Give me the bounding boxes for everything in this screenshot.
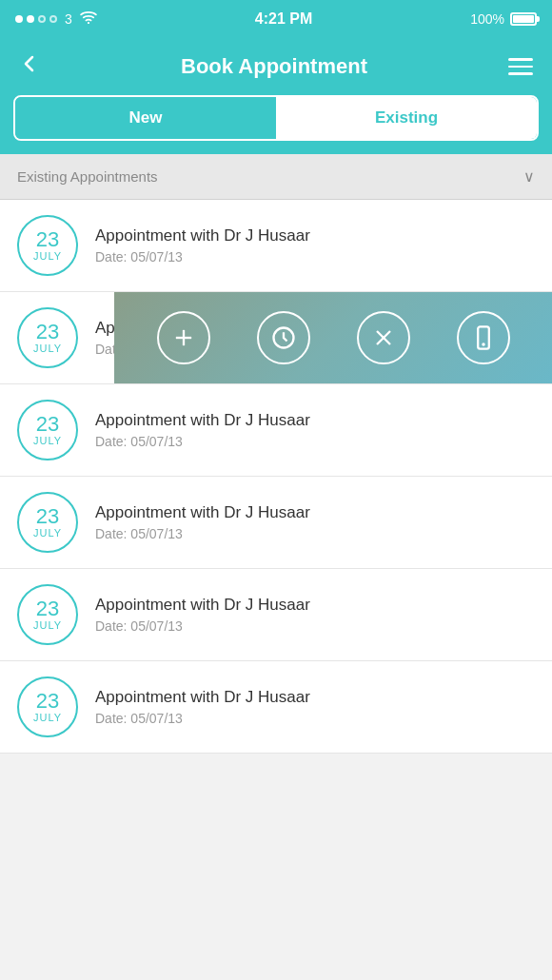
appointment-date: Date: 05/07/13 [95,618,535,634]
tab-bar: New Existing [0,95,552,154]
appointment-date: Date: 05/07/13 [95,711,535,726]
appointment-info: Appointment with Dr J Husaar Date: 05/07… [95,411,535,449]
battery-fill [513,15,534,23]
date-day: 23 [36,691,59,712]
date-month: JULY [33,343,62,354]
date-day: 23 [36,229,59,250]
section-header-label: Existing Appointments [17,168,158,185]
svg-point-0 [88,22,89,24]
signal-dot-2 [27,15,34,23]
appointment-info: Appointment with Dr J Husaar Date: 05/07… [95,688,535,726]
menu-button[interactable] [508,58,533,75]
list-item-swiped[interactable]: 23 JULY Appointment with Dr J Husaar Dat… [0,292,552,384]
clock-action-button[interactable] [257,311,310,364]
appointment-title: Appointment with Dr J Husaar [95,688,535,707]
chevron-down-icon: ∨ [523,167,535,186]
date-badge: 23 JULY [17,584,78,645]
battery-percent: 100% [470,11,504,27]
battery-icon [510,12,537,26]
appointment-date: Date: 05/07/13 [95,434,535,449]
date-badge: 23 JULY [17,492,78,553]
section-header[interactable]: Existing Appointments ∨ [0,154,552,200]
date-badge: 23 JULY [17,215,78,276]
signal-dot-4 [49,15,57,23]
appointment-title: Appointment with Dr J Husaar [95,411,535,430]
date-badge: 23 JULY [17,307,78,368]
page-title: Book Appointment [181,54,367,79]
menu-line-3 [508,72,533,75]
date-badge: 23 JULY [17,676,78,737]
signal-dot-3 [38,15,46,23]
wifi-icon [80,10,97,28]
appointment-title: Appointment with Dr J Husaar [95,226,535,245]
signal-dot-1 [15,15,23,23]
signal-strength: 3 [65,11,72,27]
date-month: JULY [33,712,62,723]
appointment-info: Appointment with Dr J Husaar Date: 05/07… [95,596,535,634]
date-badge: 23 JULY [17,400,78,461]
date-day: 23 [36,414,59,435]
list-item[interactable]: 23 JULY Appointment with Dr J Husaar Dat… [0,200,552,292]
cancel-action-button[interactable] [357,311,410,364]
status-left: 3 [15,10,97,28]
appointment-info: Appointment with Dr J Husaar Date: 05/07… [95,503,535,541]
appointment-title: Appointment with Dr J Husaar [95,596,535,615]
appointment-date: Date: 05/07/13 [95,526,535,541]
phone-action-button[interactable] [457,311,510,364]
status-time: 4:21 PM [255,10,312,28]
date-day: 23 [36,322,59,343]
status-right: 100% [470,11,537,27]
swipe-action-overlay [114,292,552,383]
appointment-info: Appointment with Dr J Husaar Date: 05/07… [95,226,535,265]
menu-line-1 [508,58,533,61]
list-item[interactable]: 23 JULY Appointment with Dr J Husaar Dat… [0,661,552,754]
tab-container: New Existing [13,95,539,141]
date-day: 23 [36,506,59,527]
date-month: JULY [33,250,62,262]
appointment-title: Appointment with Dr J Husaar [95,503,535,522]
appointments-list: 23 JULY Appointment with Dr J Husaar Dat… [0,200,552,754]
list-item[interactable]: 23 JULY Appointment with Dr J Husaar Dat… [0,477,552,569]
appointment-date: Date: 05/07/13 [95,249,535,265]
header: Book Appointment [0,38,552,95]
list-item[interactable]: 23 JULY Appointment with Dr J Husaar Dat… [0,384,552,477]
add-action-button[interactable] [157,311,210,364]
back-button[interactable] [19,53,40,80]
date-month: JULY [33,527,62,539]
menu-line-2 [508,66,533,69]
tab-existing[interactable]: Existing [276,97,537,139]
list-item[interactable]: 23 JULY Appointment with Dr J Husaar Dat… [0,569,552,661]
tab-new[interactable]: New [15,97,276,139]
date-month: JULY [33,435,62,446]
status-bar: 3 4:21 PM 100% [0,0,552,38]
date-day: 23 [36,598,59,619]
date-month: JULY [33,619,62,631]
